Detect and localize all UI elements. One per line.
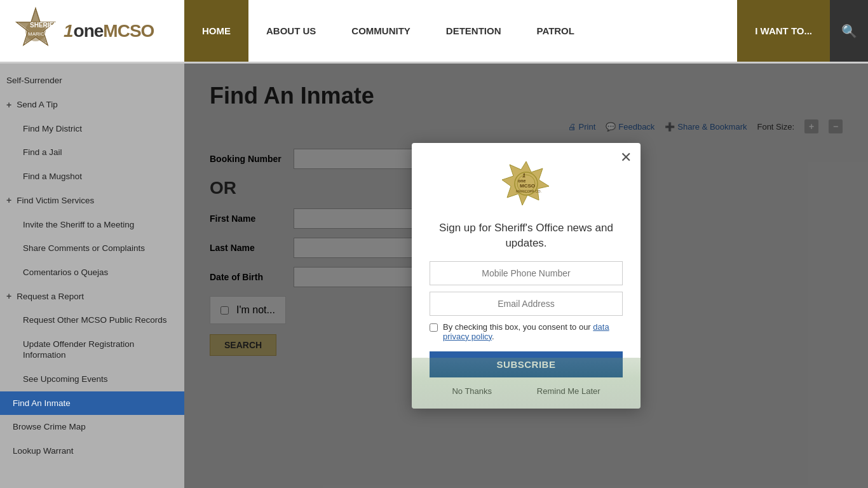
sidebar-item-label: Browse Crime Map	[13, 421, 86, 433]
logo-badge-icon: SHERIFF MARICOPA	[10, 6, 61, 57]
plus-icon: +	[6, 99, 11, 111]
sidebar-item-label: Find An Inmate	[13, 398, 71, 409]
sidebar-item-invite-sheriff[interactable]: Invite the Sheriff to a Meeting	[0, 213, 184, 237]
svg-text:MARICOPA CO.: MARICOPA CO.	[516, 189, 541, 193]
email-input[interactable]	[430, 292, 623, 316]
sidebar-item-update-offender[interactable]: Update Offender Registration Information	[0, 332, 184, 367]
subscribe-button[interactable]: SUBSCRIBE	[430, 351, 623, 377]
subscribe-modal: ✕ 1 one MCSO MARICOPA CO. Si	[412, 143, 641, 409]
sidebar-item-find-my-district[interactable]: Find My District	[0, 117, 184, 141]
sidebar-item-label: Request Other MCSO Public Records	[23, 315, 167, 326]
modal-logo-badge-icon: 1 one MCSO MARICOPA CO.	[501, 158, 552, 209]
sidebar-item-label: Find Victim Services	[17, 195, 94, 207]
remind-me-later-button[interactable]: Remind Me Later	[537, 386, 600, 396]
sidebar-item-upcoming-events[interactable]: See Upcoming Events	[0, 367, 184, 391]
nav-item-detention[interactable]: DETENTION	[428, 0, 519, 62]
sidebar-item-label: Request a Report	[17, 291, 84, 302]
nav-item-about-us[interactable]: ABOUT US	[248, 0, 334, 62]
modal-overlay: ✕ 1 one MCSO MARICOPA CO. Si	[184, 64, 868, 488]
content-area: Find An Inmate 🖨 Print 💬 Feedback ➕ Shar…	[184, 64, 868, 488]
sidebar-item-label: Find a Mugshot	[23, 171, 82, 182]
consent-text: By checking this box, you consent to our…	[443, 322, 623, 341]
sidebar-item-label: Comentarios o Quejas	[23, 267, 108, 278]
sidebar-item-find-an-inmate[interactable]: Find An Inmate	[0, 391, 184, 416]
sidebar-item-send-a-tip[interactable]: +Send A Tip	[0, 93, 184, 117]
sidebar-item-label: Find My District	[23, 123, 82, 135]
modal-close-button[interactable]: ✕	[620, 151, 632, 165]
nav-item-i-want-to[interactable]: I WANT TO...	[737, 0, 830, 62]
main-nav: HOME ABOUT US COMMUNITY DETENTION PATROL…	[184, 0, 868, 62]
sidebar-item-label: Update Offender Registration Information	[23, 339, 172, 361]
logo-area: SHERIFF MARICOPA 1oneMCSO	[0, 0, 184, 62]
svg-text:MCSO: MCSO	[520, 183, 535, 189]
sidebar-item-comentarios[interactable]: Comentarios o Quejas	[0, 261, 184, 285]
no-thanks-button[interactable]: No Thanks	[452, 386, 492, 396]
sidebar-item-request-other-records[interactable]: Request Other MCSO Public Records	[0, 308, 184, 332]
logo-text: oneMCSO	[74, 21, 154, 41]
svg-text:one: one	[518, 179, 526, 183]
sidebar-item-find-victim-services[interactable]: +Find Victim Services	[0, 188, 184, 212]
sidebar-item-find-a-mugshot[interactable]: Find a Mugshot	[0, 165, 184, 189]
nav-item-patrol[interactable]: PATROL	[519, 0, 592, 62]
header: SHERIFF MARICOPA 1oneMCSO HOME ABOUT US …	[0, 0, 868, 64]
sidebar-item-find-a-jail[interactable]: Find a Jail	[0, 140, 184, 165]
main-layout: Self-Surrender +Send A Tip Find My Distr…	[0, 64, 868, 488]
sidebar-item-label: Send A Tip	[17, 99, 58, 111]
sidebar-item-label: Self-Surrender	[6, 75, 62, 86]
modal-title: Sign up for Sheriff's Office news and up…	[430, 220, 623, 251]
sidebar: Self-Surrender +Send A Tip Find My Distr…	[0, 64, 184, 488]
nav-item-community[interactable]: COMMUNITY	[334, 0, 428, 62]
sidebar-item-label: Find a Jail	[23, 147, 62, 158]
search-icon[interactable]: 🔍	[830, 0, 868, 62]
modal-logo: 1 one MCSO MARICOPA CO.	[430, 158, 623, 212]
sidebar-item-request-a-report[interactable]: +Request a Report	[0, 284, 184, 308]
sidebar-item-label: Share Comments or Complaints	[23, 243, 145, 254]
logo-one: 1	[64, 21, 74, 41]
plus-icon: +	[6, 194, 11, 206]
sidebar-item-self-surrender[interactable]: Self-Surrender	[0, 69, 184, 93]
modal-footer: No Thanks Remind Me Later	[430, 386, 623, 396]
phone-input[interactable]	[430, 261, 623, 285]
sidebar-item-browse-crime-map[interactable]: Browse Crime Map	[0, 415, 184, 439]
sidebar-item-lookup-warrant[interactable]: Lookup Warrant	[0, 439, 184, 463]
svg-text:MARICOPA: MARICOPA	[28, 31, 55, 37]
sidebar-item-label: Lookup Warrant	[13, 445, 74, 457]
plus-icon: +	[6, 290, 11, 302]
svg-text:1: 1	[522, 172, 526, 179]
consent-row: By checking this box, you consent to our…	[430, 322, 623, 341]
sidebar-item-share-comments[interactable]: Share Comments or Complaints	[0, 236, 184, 261]
sidebar-item-label: See Upcoming Events	[23, 374, 108, 385]
svg-text:SHERIFF: SHERIFF	[30, 22, 57, 29]
sidebar-item-label: Invite the Sheriff to a Meeting	[23, 219, 134, 231]
consent-checkbox[interactable]	[430, 323, 438, 332]
nav-item-home[interactable]: HOME	[184, 0, 248, 62]
